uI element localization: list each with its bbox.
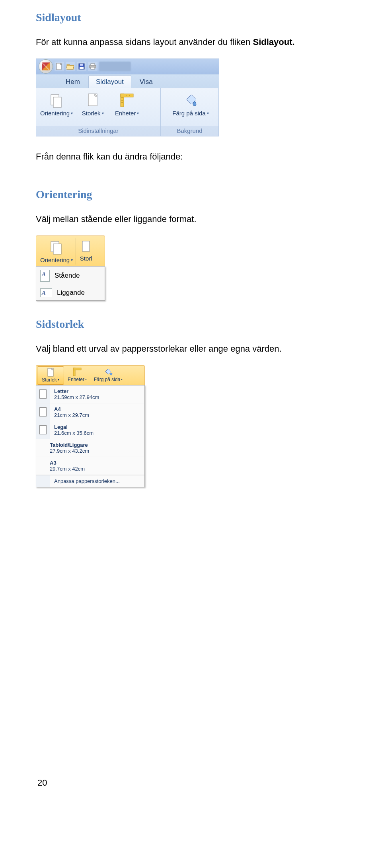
storlek-top-label: Storlek xyxy=(42,377,57,383)
svg-rect-19 xyxy=(82,241,90,251)
enheter-top-button[interactable]: Enheter▾ xyxy=(64,366,90,385)
letter-size[interactable]: Letter21.59cm x 27.94cm xyxy=(36,385,144,403)
orientering-label: Orientering xyxy=(40,110,70,117)
page-icon xyxy=(39,407,47,416)
group-caption-sidinstallningar: Sidinställningar xyxy=(36,126,160,136)
group-caption-bakgrund: Bakgrund xyxy=(161,126,218,136)
enheter-label: Enheter xyxy=(115,110,136,117)
farg-pa-sida-button[interactable]: Färg på sida▾ xyxy=(162,91,219,126)
storlek-label: Storlek xyxy=(82,110,101,117)
custom-size-label: Anpassa pappersstorleken... xyxy=(50,475,120,487)
legal-dim: 21.6cm x 35.6cm xyxy=(54,430,94,436)
farg-top-button[interactable]: Färg på sida▾ xyxy=(90,366,126,385)
chevron-down-icon: ▾ xyxy=(58,378,59,381)
intro-pre: För att kunna anpassa sidans layout anvä… xyxy=(36,37,253,47)
svg-rect-2 xyxy=(80,64,83,66)
chevron-down-icon: ▾ xyxy=(207,111,209,115)
page-number: 20 xyxy=(36,778,346,788)
enheter-icon xyxy=(72,367,82,377)
enheter-icon xyxy=(119,92,135,108)
svg-rect-11 xyxy=(121,94,133,97)
fran-flik-paragraph: Från denna flik kan du ändra följande: xyxy=(36,150,346,163)
a3-dim: 29.7cm x 42cm xyxy=(50,466,85,472)
tab-hem[interactable]: Hem xyxy=(58,75,88,88)
svg-point-23 xyxy=(110,373,112,375)
intro-bold: Sidlayout. xyxy=(253,37,294,47)
heading-orientering: Orientering xyxy=(36,188,346,201)
storlek-icon xyxy=(81,240,91,253)
svg-rect-22 xyxy=(73,368,81,370)
office-orb-icon[interactable] xyxy=(39,59,53,74)
custom-size-option[interactable]: Anpassa pappersstorleken... xyxy=(36,475,144,487)
save-icon[interactable] xyxy=(77,62,86,71)
enheter-top-label: Enheter xyxy=(68,377,84,382)
orientering-paragraph: Välj mellan stående eller liggande forma… xyxy=(36,213,346,226)
bucket-icon xyxy=(103,367,113,377)
tab-sidlayout[interactable]: Sidlayout xyxy=(88,75,131,88)
legal-size[interactable]: Legal21.6cm x 35.6cm xyxy=(36,421,144,439)
ribbon-screenshot: Hem Sidlayout Visa Orientering▾ xyxy=(36,58,219,136)
a4-name: A4 xyxy=(54,406,89,412)
storlek-top-button[interactable]: Storlek▾ xyxy=(37,366,64,385)
sidstorlek-paragraph: Välj bland ett urval av pappersstorlekar… xyxy=(36,343,346,355)
page-icon xyxy=(39,425,47,434)
storlek-button[interactable]: Storlek▾ xyxy=(76,91,109,126)
a4-dim: 21cm x 29.7cm xyxy=(54,412,89,418)
storlek-partial-button[interactable]: Storl xyxy=(75,237,96,265)
orientering-button[interactable]: Orientering▾ xyxy=(38,91,75,126)
storlek-icon xyxy=(47,368,55,377)
ribbon-group-sidinstallningar: Orientering▾ Storlek▾ Enheter▾ xyxy=(36,88,161,136)
orientering-icon xyxy=(49,239,64,255)
chevron-down-icon: ▾ xyxy=(71,111,73,115)
liggande-option[interactable]: A Liggande xyxy=(36,285,105,300)
orientation-menu: A Stående A Liggande xyxy=(36,266,105,301)
tab-visa[interactable]: Visa xyxy=(132,75,160,88)
size-menu: Letter21.59cm x 27.94cm A421cm x 29.7cm … xyxy=(36,385,145,487)
tabloid-size[interactable]: Tabloid/Liggare27.9cm x 43.2cm xyxy=(36,439,144,457)
legal-name: Legal xyxy=(54,424,94,430)
page-icon xyxy=(39,389,47,399)
chevron-down-icon: ▾ xyxy=(121,378,123,381)
print-icon[interactable] xyxy=(88,62,97,71)
storlek-icon xyxy=(85,92,101,108)
orientering-button-open[interactable]: Orientering▾ xyxy=(38,237,75,265)
ribbon-tabs-row: Hem Sidlayout Visa xyxy=(36,74,219,88)
farg-top-label: Färg på sida xyxy=(94,377,121,382)
orientation-dropdown-screenshot: Orientering▾ Storl A Stående A Liggande xyxy=(36,235,105,301)
quick-access-toolbar xyxy=(36,59,219,74)
storlek-partial-label: Storl xyxy=(80,255,92,262)
intro-paragraph: För att kunna anpassa sidans layout anvä… xyxy=(36,36,346,49)
landscape-page-icon: A xyxy=(40,288,52,297)
heading-sidlayout: Sidlayout xyxy=(36,11,346,24)
orientering-icon xyxy=(49,92,64,108)
heading-sidstorlek: Sidstorlek xyxy=(36,318,346,331)
chevron-down-icon: ▾ xyxy=(102,111,104,115)
tabloid-name: Tabloid/Liggare xyxy=(50,442,89,448)
a4-size[interactable]: A421cm x 29.7cm xyxy=(36,403,144,421)
a3-name: A3 xyxy=(50,460,85,466)
staende-label: Stående xyxy=(55,272,80,280)
orientering-open-label: Orientering xyxy=(40,257,70,263)
enheter-button[interactable]: Enheter▾ xyxy=(110,91,144,126)
size-dropdown-header: Storlek▾ Enheter▾ Färg på sida▾ xyxy=(36,365,145,385)
size-dropdown-screenshot: Storlek▾ Enheter▾ Färg på sida▾ Letter21… xyxy=(36,365,145,487)
blurred-area xyxy=(99,62,131,71)
chevron-down-icon: ▾ xyxy=(71,258,73,262)
bucket-icon xyxy=(183,92,199,108)
svg-rect-6 xyxy=(91,67,95,69)
a3-size[interactable]: A329.7cm x 42cm xyxy=(36,457,144,475)
chevron-down-icon: ▾ xyxy=(85,378,87,381)
tabloid-dim: 27.9cm x 43.2cm xyxy=(50,448,89,454)
open-folder-icon[interactable] xyxy=(66,62,75,71)
chevron-down-icon: ▾ xyxy=(137,111,139,115)
portrait-page-icon: A xyxy=(40,270,50,282)
liggande-label: Liggande xyxy=(57,289,85,297)
letter-name: Letter xyxy=(54,388,99,394)
svg-rect-18 xyxy=(53,244,61,254)
farg-label: Färg på sida xyxy=(172,110,205,117)
staende-option[interactable]: A Stående xyxy=(36,267,105,285)
ribbon-group-bakgrund: Färg på sida▾ Bakgrund xyxy=(161,88,219,136)
new-doc-icon[interactable] xyxy=(55,62,64,71)
svg-rect-8 xyxy=(53,97,61,107)
svg-rect-3 xyxy=(80,67,84,69)
